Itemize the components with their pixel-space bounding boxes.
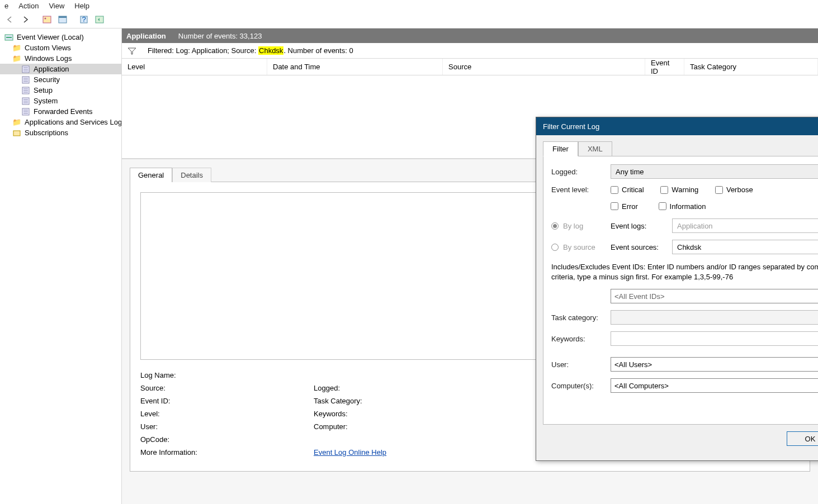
col-source[interactable]: Source [443, 59, 645, 75]
eventids-input[interactable] [611, 289, 818, 303]
column-headers[interactable]: Level Date and Time Source Event ID Task… [122, 59, 818, 75]
col-level[interactable]: Level [122, 59, 267, 75]
dialog-tab-xml[interactable]: XML [578, 141, 612, 156]
prop-source: Source: [140, 384, 314, 392]
filter-bar: Filtered: Log: Application; Source: Chkd… [122, 43, 818, 59]
prop-opcode: OpCode: [140, 435, 314, 444]
subscriptions-icon [12, 129, 21, 137]
col-eventid[interactable]: Event ID [645, 59, 684, 75]
svg-point-1 [45, 18, 46, 20]
prop-computer: Computer: [314, 422, 487, 431]
tree-application[interactable]: Application [0, 64, 121, 74]
taskcategory-dropdown[interactable]: ▾ [611, 310, 818, 325]
warning-checkbox[interactable]: Warning [660, 186, 698, 194]
header-title: Application [126, 32, 166, 40]
dialog-tab-filter[interactable]: Filter [543, 141, 578, 156]
logged-dropdown[interactable]: Any time▾ [611, 164, 818, 179]
tree-security[interactable]: Security [0, 74, 121, 85]
refresh-button[interactable] [93, 13, 106, 26]
information-checkbox[interactable]: Information [659, 202, 706, 211]
log-icon [21, 108, 30, 116]
svg-rect-3 [59, 16, 67, 18]
tab-general[interactable]: General [130, 168, 172, 182]
folder-icon: 📁 [12, 44, 21, 52]
filter-dialog: Filter Current Log ✕ Filter XML Logged: … [536, 117, 818, 461]
tab-details[interactable]: Details [172, 168, 211, 182]
col-taskcategory[interactable]: Task Category [684, 59, 818, 75]
error-checkbox[interactable]: Error [611, 202, 638, 211]
svg-rect-8 [6, 37, 12, 38]
back-button[interactable] [3, 13, 17, 26]
main-header: Application Number of events: 33,123 [122, 28, 818, 43]
prop-user: User: [140, 422, 314, 431]
log-icon [21, 97, 30, 105]
menu-help[interactable]: Help [74, 2, 89, 10]
eventlevel-label: Event level: [551, 186, 605, 194]
menu-action[interactable]: Action [18, 2, 39, 10]
user-label: User: [551, 360, 605, 369]
eventviewer-icon [4, 34, 13, 41]
show-hide-button[interactable] [40, 13, 54, 26]
tree-apps-services[interactable]: 📁 Applications and Services Log [0, 117, 121, 127]
critical-checkbox[interactable]: Critical [611, 186, 644, 194]
bylog-radio[interactable] [551, 222, 559, 230]
col-datetime[interactable]: Date and Time [267, 59, 443, 75]
tree-subscriptions[interactable]: Subscriptions [0, 127, 121, 138]
bysource-radio[interactable] [551, 244, 559, 251]
help-link[interactable]: Event Log Online Help [314, 448, 386, 457]
user-input[interactable] [611, 357, 818, 372]
svg-rect-0 [43, 16, 51, 23]
menu-view[interactable]: View [49, 2, 64, 10]
prop-logname: Log Name: [140, 371, 314, 379]
filter-text: Filtered: Log: Application; Source: Chkd… [148, 46, 353, 55]
taskcategory-label: Task category: [551, 313, 605, 322]
header-count: Number of events: 33,123 [178, 32, 262, 40]
tree-root[interactable]: Event Viewer (Local) [0, 32, 121, 42]
keywords-dropdown[interactable]: ▾ [611, 331, 818, 346]
includes-help-text: Includes/Excludes Event IDs: Enter ID nu… [551, 262, 818, 282]
eventsources-dropdown[interactable]: Chkdsk ▾ [672, 240, 818, 254]
filter-icon [127, 47, 136, 55]
log-icon [21, 76, 30, 84]
folder-icon: 📁 [12, 55, 21, 63]
log-icon [21, 65, 30, 73]
tree-forwarded[interactable]: Forwarded Events [0, 106, 121, 117]
forward-button[interactable] [19, 13, 32, 26]
navigation-tree[interactable]: Event Viewer (Local) 📁 Custom Views 📁 Wi… [0, 28, 122, 504]
ok-button[interactable]: OK [787, 431, 818, 446]
prop-logged: Logged: [314, 384, 487, 392]
tree-custom-views[interactable]: 📁 Custom Views [0, 42, 121, 53]
menu-file[interactable]: e [4, 2, 8, 10]
tree-system[interactable]: System [0, 96, 121, 106]
eventsources-label: Event sources: [611, 243, 666, 251]
prop-eventid: Event ID: [140, 397, 314, 405]
tree-setup[interactable]: Setup [0, 85, 121, 96]
verbose-checkbox[interactable]: Verbose [715, 186, 753, 194]
svg-text:?: ? [82, 16, 86, 23]
svg-rect-29 [13, 131, 20, 136]
log-icon [21, 87, 30, 94]
folder-icon: 📁 [12, 118, 21, 126]
keywords-label: Keywords: [551, 335, 605, 343]
tree-windows-logs[interactable]: 📁 Windows Logs [0, 53, 121, 64]
dialog-title: Filter Current Log [543, 122, 599, 131]
computers-input[interactable] [611, 378, 818, 393]
eventlogs-dropdown[interactable]: Application ▾ [672, 218, 818, 233]
properties-button[interactable] [56, 13, 69, 26]
help-button[interactable]: ? [77, 13, 91, 26]
computers-label: Computer(s): [551, 382, 605, 390]
prop-keywords: Keywords: [314, 410, 487, 418]
logged-label: Logged: [551, 168, 605, 176]
eventlogs-label: Event logs: [611, 222, 666, 230]
prop-moreinfo: More Information: [140, 448, 314, 457]
prop-level: Level: [140, 410, 314, 418]
prop-taskcat: Task Category: [314, 397, 487, 405]
